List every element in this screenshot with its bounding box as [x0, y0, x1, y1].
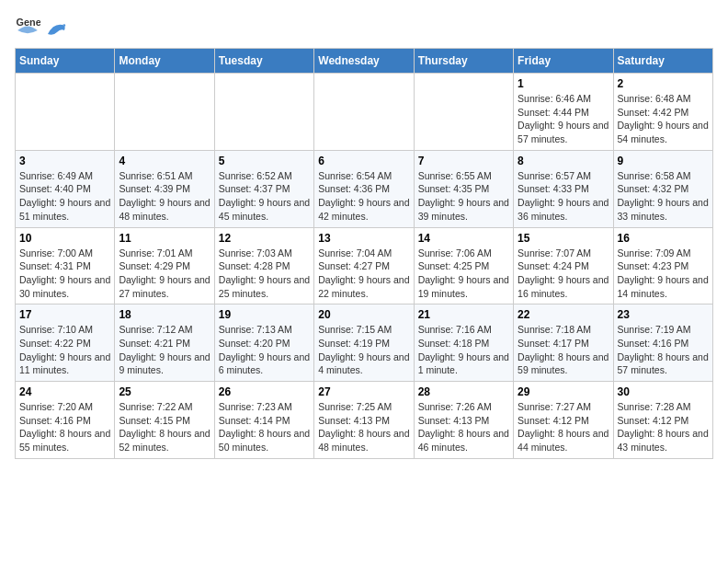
day-number: 17: [19, 308, 110, 321]
calendar-cell: 3Sunrise: 6:49 AM Sunset: 4:40 PM Daylig…: [16, 150, 115, 227]
calendar-cell: 9Sunrise: 6:58 AM Sunset: 4:32 PM Daylig…: [613, 150, 712, 227]
calendar-cell: 27Sunrise: 7:25 AM Sunset: 4:13 PM Dayli…: [314, 382, 414, 459]
calendar-cell: 22Sunrise: 7:18 AM Sunset: 4:17 PM Dayli…: [514, 304, 613, 382]
day-number: 30: [618, 385, 709, 398]
day-detail: Sunrise: 6:55 AM Sunset: 4:35 PM Dayligh…: [418, 169, 509, 224]
calendar-cell: 5Sunrise: 6:52 AM Sunset: 4:37 PM Daylig…: [214, 150, 313, 227]
calendar-cell: [314, 74, 414, 151]
day-number: 4: [119, 155, 210, 167]
calendar-cell: 23Sunrise: 7:19 AM Sunset: 4:16 PM Dayli…: [613, 304, 712, 382]
day-number: 11: [119, 232, 210, 245]
calendar-cell: 14Sunrise: 7:06 AM Sunset: 4:25 PM Dayli…: [414, 227, 513, 304]
day-detail: Sunrise: 7:28 AM Sunset: 4:12 PM Dayligh…: [618, 400, 709, 454]
day-detail: Sunrise: 7:25 AM Sunset: 4:13 PM Dayligh…: [318, 400, 409, 454]
calendar-cell: 4Sunrise: 6:51 AM Sunset: 4:39 PM Daylig…: [115, 150, 214, 227]
day-detail: Sunrise: 7:00 AM Sunset: 4:31 PM Dayligh…: [19, 247, 110, 301]
day-detail: Sunrise: 7:07 AM Sunset: 4:24 PM Dayligh…: [518, 247, 609, 301]
day-number: 27: [318, 385, 409, 398]
day-detail: Sunrise: 7:27 AM Sunset: 4:12 PM Dayligh…: [518, 400, 609, 454]
day-detail: Sunrise: 7:06 AM Sunset: 4:25 PM Dayligh…: [418, 247, 509, 301]
day-detail: Sunrise: 7:22 AM Sunset: 4:15 PM Dayligh…: [119, 400, 210, 454]
day-number: 28: [418, 385, 509, 398]
day-number: 19: [219, 308, 310, 321]
calendar-cell: 2Sunrise: 6:48 AM Sunset: 4:42 PM Daylig…: [613, 74, 712, 151]
day-number: 24: [19, 385, 110, 398]
day-detail: Sunrise: 7:03 AM Sunset: 4:28 PM Dayligh…: [219, 247, 310, 301]
calendar-cell: [414, 74, 513, 151]
calendar-cell: 7Sunrise: 6:55 AM Sunset: 4:35 PM Daylig…: [414, 150, 513, 227]
day-detail: Sunrise: 6:51 AM Sunset: 4:39 PM Dayligh…: [119, 169, 210, 224]
calendar-week-2: 3Sunrise: 6:49 AM Sunset: 4:40 PM Daylig…: [16, 150, 713, 227]
calendar-week-4: 17Sunrise: 7:10 AM Sunset: 4:22 PM Dayli…: [16, 304, 713, 382]
calendar-cell: 20Sunrise: 7:15 AM Sunset: 4:19 PM Dayli…: [314, 304, 414, 382]
calendar-cell: 12Sunrise: 7:03 AM Sunset: 4:28 PM Dayli…: [214, 227, 313, 304]
calendar-cell: 19Sunrise: 7:13 AM Sunset: 4:20 PM Dayli…: [214, 304, 313, 382]
calendar-header-friday: Friday: [514, 49, 613, 74]
calendar-cell: 30Sunrise: 7:28 AM Sunset: 4:12 PM Dayli…: [613, 382, 712, 459]
calendar-cell: 10Sunrise: 7:00 AM Sunset: 4:31 PM Dayli…: [16, 227, 115, 304]
calendar-cell: 8Sunrise: 6:57 AM Sunset: 4:33 PM Daylig…: [514, 150, 613, 227]
day-number: 13: [318, 232, 409, 245]
calendar-week-1: 1Sunrise: 6:46 AM Sunset: 4:44 PM Daylig…: [16, 74, 713, 151]
day-detail: Sunrise: 7:04 AM Sunset: 4:27 PM Dayligh…: [318, 247, 409, 301]
day-number: 5: [219, 155, 310, 167]
day-number: 21: [418, 308, 509, 321]
day-detail: Sunrise: 7:15 AM Sunset: 4:19 PM Dayligh…: [318, 323, 409, 377]
calendar-header-monday: Monday: [115, 49, 214, 74]
calendar-week-5: 24Sunrise: 7:20 AM Sunset: 4:16 PM Dayli…: [16, 382, 713, 459]
calendar-cell: [16, 74, 115, 151]
day-detail: Sunrise: 6:46 AM Sunset: 4:44 PM Dayligh…: [518, 92, 609, 146]
calendar-cell: 13Sunrise: 7:04 AM Sunset: 4:27 PM Dayli…: [314, 227, 414, 304]
day-number: 1: [518, 77, 609, 90]
calendar-header-sunday: Sunday: [16, 49, 115, 74]
day-detail: Sunrise: 7:16 AM Sunset: 4:18 PM Dayligh…: [418, 323, 509, 377]
day-detail: Sunrise: 6:57 AM Sunset: 4:33 PM Dayligh…: [518, 169, 609, 224]
calendar-cell: 11Sunrise: 7:01 AM Sunset: 4:29 PM Dayli…: [115, 227, 214, 304]
day-number: 23: [618, 308, 709, 321]
day-detail: Sunrise: 6:54 AM Sunset: 4:36 PM Dayligh…: [318, 169, 409, 224]
calendar-header-wednesday: Wednesday: [314, 49, 414, 74]
calendar-cell: 17Sunrise: 7:10 AM Sunset: 4:22 PM Dayli…: [16, 304, 115, 382]
day-number: 25: [119, 385, 210, 398]
day-detail: Sunrise: 7:10 AM Sunset: 4:22 PM Dayligh…: [19, 323, 110, 377]
day-number: 2: [618, 77, 709, 90]
calendar-cell: [214, 74, 313, 151]
calendar-header-thursday: Thursday: [414, 49, 513, 74]
calendar-cell: 28Sunrise: 7:26 AM Sunset: 4:13 PM Dayli…: [414, 382, 513, 459]
calendar-cell: 16Sunrise: 7:09 AM Sunset: 4:23 PM Dayli…: [613, 227, 712, 304]
day-detail: Sunrise: 7:12 AM Sunset: 4:21 PM Dayligh…: [119, 323, 210, 377]
calendar-cell: [115, 74, 214, 151]
calendar-header-saturday: Saturday: [613, 49, 712, 74]
day-detail: Sunrise: 6:58 AM Sunset: 4:32 PM Dayligh…: [618, 169, 709, 224]
calendar-cell: 18Sunrise: 7:12 AM Sunset: 4:21 PM Dayli…: [115, 304, 214, 382]
day-number: 9: [618, 155, 709, 167]
day-detail: Sunrise: 7:19 AM Sunset: 4:16 PM Dayligh…: [618, 323, 709, 377]
day-detail: Sunrise: 7:09 AM Sunset: 4:23 PM Dayligh…: [618, 247, 709, 301]
calendar-cell: 29Sunrise: 7:27 AM Sunset: 4:12 PM Dayli…: [514, 382, 613, 459]
logo-bird-icon: [46, 21, 66, 38]
day-number: 7: [418, 155, 509, 167]
day-detail: Sunrise: 6:48 AM Sunset: 4:42 PM Dayligh…: [618, 92, 709, 146]
day-detail: Sunrise: 6:49 AM Sunset: 4:40 PM Dayligh…: [19, 169, 110, 224]
calendar-cell: 15Sunrise: 7:07 AM Sunset: 4:24 PM Dayli…: [514, 227, 613, 304]
day-detail: Sunrise: 7:26 AM Sunset: 4:13 PM Dayligh…: [418, 400, 509, 454]
day-number: 3: [19, 155, 110, 167]
calendar-table: SundayMondayTuesdayWednesdayThursdayFrid…: [15, 48, 713, 459]
day-number: 12: [219, 232, 310, 245]
day-number: 6: [318, 155, 409, 167]
calendar-cell: 21Sunrise: 7:16 AM Sunset: 4:18 PM Dayli…: [414, 304, 513, 382]
day-detail: Sunrise: 7:13 AM Sunset: 4:20 PM Dayligh…: [219, 323, 310, 377]
day-number: 26: [219, 385, 310, 398]
calendar-header-row: SundayMondayTuesdayWednesdayThursdayFrid…: [16, 49, 713, 74]
calendar-header-tuesday: Tuesday: [214, 49, 313, 74]
day-number: 20: [318, 308, 409, 321]
day-number: 15: [518, 232, 609, 245]
day-detail: Sunrise: 7:23 AM Sunset: 4:14 PM Dayligh…: [219, 400, 310, 454]
logo-icon: General: [15, 15, 40, 40]
calendar-cell: 1Sunrise: 6:46 AM Sunset: 4:44 PM Daylig…: [514, 74, 613, 151]
day-detail: Sunrise: 7:01 AM Sunset: 4:29 PM Dayligh…: [119, 247, 210, 301]
day-number: 29: [518, 385, 609, 398]
calendar-cell: 26Sunrise: 7:23 AM Sunset: 4:14 PM Dayli…: [214, 382, 313, 459]
day-detail: Sunrise: 6:52 AM Sunset: 4:37 PM Dayligh…: [219, 169, 310, 224]
day-detail: Sunrise: 7:18 AM Sunset: 4:17 PM Dayligh…: [518, 323, 609, 377]
